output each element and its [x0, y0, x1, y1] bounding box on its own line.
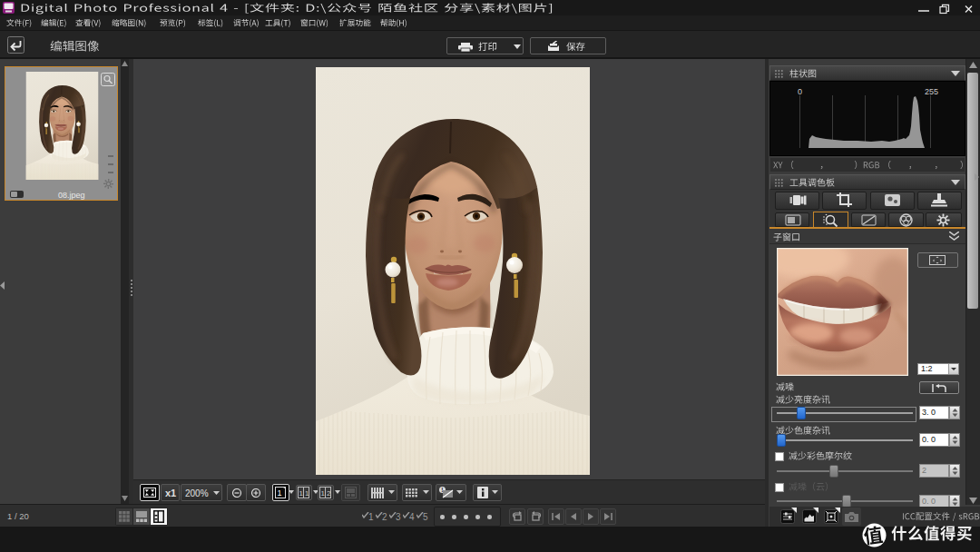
svg-text:2: 2 [327, 489, 331, 498]
svg-text:1: 1 [321, 489, 326, 498]
svg-text:1: 1 [299, 489, 304, 498]
svg-text:1: 1 [278, 488, 282, 498]
svg-text:1: 1 [305, 489, 309, 498]
